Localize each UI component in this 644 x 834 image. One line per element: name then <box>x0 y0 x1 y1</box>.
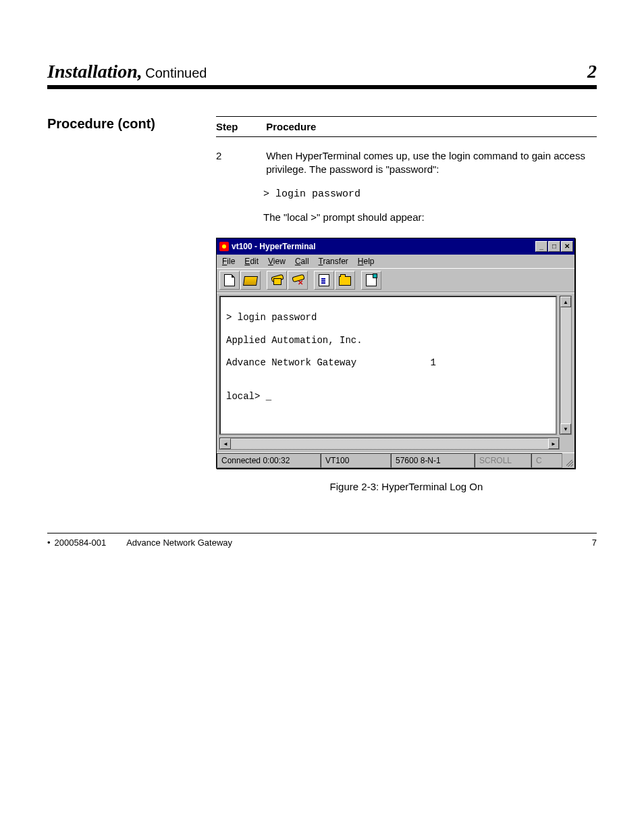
status-connected: Connected 0:00:32 <box>217 453 321 468</box>
step-label: Step <box>216 121 263 132</box>
menubar: File Edit View Call Transfer Help <box>217 255 574 268</box>
step-number: 2 <box>216 149 263 163</box>
chapter-title-group: Installation, Continued <box>47 61 207 82</box>
toolbar <box>217 268 574 292</box>
statusbar: Connected 0:00:32 VT100 57600 8-N-1 SCRO… <box>217 452 574 468</box>
window-title: vt100 - HyperTerminal <box>232 242 316 251</box>
menu-file[interactable]: File <box>222 257 235 266</box>
new-doc-icon <box>224 274 235 286</box>
toolbar-open[interactable] <box>240 271 261 290</box>
maximize-button[interactable]: □ <box>548 241 560 252</box>
terminal-body-row: > login password Applied Automation, Inc… <box>217 292 574 438</box>
footer-pub: 2000584-001 <box>47 538 106 548</box>
section-label: Procedure (cont) <box>47 116 216 132</box>
scroll-track[interactable] <box>560 307 571 423</box>
properties-icon <box>366 274 377 286</box>
toolbar-new[interactable] <box>219 271 240 290</box>
status-scroll: SCROLL <box>475 453 531 468</box>
resize-grip-icon[interactable] <box>562 453 574 468</box>
terminal-line: local> _ <box>226 391 550 403</box>
titlebar-left: vt100 - HyperTerminal <box>219 242 316 251</box>
scroll-up-icon[interactable]: ▲ <box>560 296 571 307</box>
status-port: 57600 8-N-1 <box>391 453 475 468</box>
scroll-track[interactable] <box>231 438 548 449</box>
footer-page: 7 <box>592 538 597 548</box>
procedure-text-2: The "local >" prompt should appear: <box>216 211 597 224</box>
toolbar-properties[interactable] <box>361 271 381 290</box>
procedure-command: > login password <box>263 188 360 200</box>
vertical-scrollbar[interactable]: ▲ ▼ <box>560 296 572 435</box>
procedure-body: 2 When HyperTerminal comes up, use the l… <box>216 149 597 224</box>
scroll-corner <box>561 438 572 448</box>
toolbar-call[interactable] <box>267 271 287 290</box>
close-button[interactable]: ✕ <box>561 241 573 252</box>
menu-view[interactable]: View <box>268 257 286 266</box>
scroll-right-icon[interactable]: ► <box>548 438 559 449</box>
figure-wrap: vt100 - HyperTerminal _ □ ✕ File Edit Vi… <box>216 238 597 492</box>
procedure-label: Procedure <box>266 121 316 132</box>
terminal-line: Applied Automation, Inc. <box>226 335 550 347</box>
toolbar-send[interactable] <box>314 271 334 290</box>
section-row: Procedure (cont) Step Procedure 2 When H… <box>47 116 597 492</box>
minimize-button[interactable]: _ <box>535 241 547 252</box>
menu-call[interactable]: Call <box>295 257 309 266</box>
toolbar-disconnect[interactable] <box>288 271 308 290</box>
page-footer: 2000584-001 Advance Network Gateway 7 <box>47 533 597 548</box>
toolbar-receive[interactable] <box>335 271 355 290</box>
menu-edit[interactable]: Edit <box>244 257 259 266</box>
scroll-left-icon[interactable]: ◄ <box>220 438 231 449</box>
menu-transfer[interactable]: Transfer <box>319 257 348 266</box>
terminal-area[interactable]: > login password Applied Automation, Inc… <box>219 296 557 435</box>
horizontal-scrollbar[interactable]: ◄ ► <box>219 438 560 450</box>
document-page: Installation, Continued 2 Procedure (con… <box>0 0 644 575</box>
status-emulation: VT100 <box>321 453 391 468</box>
window-buttons: _ □ ✕ <box>535 241 573 252</box>
menu-help[interactable]: Help <box>358 257 375 266</box>
chapter-number: 2 <box>587 61 597 82</box>
section-step-header: Step Procedure <box>216 116 597 137</box>
open-folder-icon <box>243 276 258 286</box>
section-content-col: Step Procedure 2 When HyperTerminal come… <box>216 116 597 492</box>
phone-icon <box>271 276 282 285</box>
chapter-header: Installation, Continued 2 <box>47 61 597 89</box>
figure-caption: Figure 2-3: HyperTerminal Log On <box>216 481 597 492</box>
section-label-col: Procedure (cont) <box>47 116 216 492</box>
titlebar[interactable]: vt100 - HyperTerminal _ □ ✕ <box>217 238 574 255</box>
chapter-subtitle: Continued <box>145 66 207 80</box>
phone-hangup-icon <box>292 276 303 285</box>
status-caps: C <box>531 453 562 468</box>
app-icon <box>219 242 229 251</box>
terminal-line: Advance Network Gateway 1 <box>226 357 550 369</box>
footer-left: 2000584-001 Advance Network Gateway <box>47 538 232 548</box>
procedure-text-1: When HyperTerminal comes up, use the log… <box>266 149 596 177</box>
send-file-icon <box>319 274 329 286</box>
hscroll-row: ◄ ► <box>219 438 572 450</box>
hyperterminal-window: vt100 - HyperTerminal _ □ ✕ File Edit Vi… <box>216 238 575 469</box>
terminal-line: > login password <box>226 312 550 324</box>
chapter-title: Installation, <box>47 61 142 82</box>
scroll-down-icon[interactable]: ▼ <box>560 423 571 434</box>
footer-title: Advance Network Gateway <box>126 538 232 548</box>
receive-file-icon <box>339 276 351 286</box>
